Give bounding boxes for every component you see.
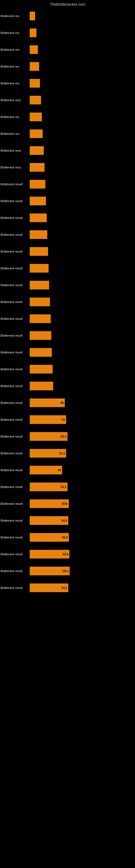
bar-row: Bottleneck res xyxy=(0,8,135,24)
bar-row: Bottleneck res xyxy=(0,58,135,75)
bar-row: Bottleneck result55.2 xyxy=(0,529,135,546)
bar-row: Bottleneck result55.6 xyxy=(0,546,135,563)
bar-row: Bottleneck res xyxy=(0,125,135,142)
bar-label: Bottleneck result xyxy=(0,502,30,505)
bar-fill: 44 xyxy=(30,466,62,474)
bar-row: Bottleneck result53.1 xyxy=(0,478,135,495)
bar-label: Bottleneck result xyxy=(0,569,30,572)
bar-value: 56.1 xyxy=(63,569,69,572)
bar-fill xyxy=(30,146,44,155)
bar-value: 55.6 xyxy=(63,553,68,556)
bar-fill xyxy=(30,331,51,340)
bar-fill xyxy=(30,180,45,188)
bar-label: Bottleneck result xyxy=(0,233,30,236)
bar-fill xyxy=(30,314,51,323)
bar-label: Bottleneck res xyxy=(0,82,30,85)
bar-label: Bottleneck res xyxy=(0,65,30,68)
bar-row: Bottleneck result xyxy=(0,176,135,193)
bar-fill xyxy=(30,264,49,273)
bar-row: Bottleneck result44 xyxy=(0,462,135,478)
bar-fill xyxy=(30,298,50,306)
bar-value: 54.1 xyxy=(61,586,67,589)
bar-fill xyxy=(30,281,49,289)
bar-row: Bottleneck result xyxy=(0,243,135,260)
bar-row: Bottleneck result xyxy=(0,277,135,293)
bar-fill xyxy=(30,197,46,205)
bar-fill: 53.1 xyxy=(30,483,68,491)
header: TheBottlenecker.com xyxy=(0,0,135,8)
bar-row: Bottleneck result xyxy=(0,226,135,243)
bar-row: Bottleneck res xyxy=(0,24,135,41)
bar-label: Bottleneck result xyxy=(0,334,30,337)
bar-label: Bottleneck result xyxy=(0,536,30,539)
bar-row: Bottleneck result xyxy=(0,378,135,394)
bar-fill xyxy=(30,29,37,37)
bar-row: Bottleneck result xyxy=(0,327,135,344)
bar-fill xyxy=(30,214,47,222)
bar-label: Bottleneck result xyxy=(0,586,30,589)
bar-fill: 51.1 xyxy=(30,449,66,458)
bar-fill xyxy=(30,45,38,54)
bar-label: Bottleneck result xyxy=(0,368,30,371)
bar-label: Bottleneck result xyxy=(0,267,30,270)
bar-row: Bottleneck result54.3 xyxy=(0,512,135,529)
bar-fill: 55% xyxy=(30,499,69,508)
bar-label: Bottleneck result xyxy=(0,468,30,472)
bar-fill xyxy=(30,79,40,88)
bar-row: Bottleneck result51 xyxy=(0,411,135,428)
bar-label: Bottleneck result xyxy=(0,300,30,304)
bar-row: Bottleneck res xyxy=(0,75,135,92)
bar-row: Bottleneck result xyxy=(0,209,135,226)
bar-fill xyxy=(30,12,35,20)
bar-label: Bottleneck result xyxy=(0,485,30,489)
bar-label: Bottleneck result xyxy=(0,435,30,438)
bar-row: Bottleneck res xyxy=(0,41,135,58)
bar-label: Bottleneck result xyxy=(0,384,30,388)
bar-label: Bottleneck res xyxy=(0,14,30,18)
bar-label: Bottleneck result xyxy=(0,250,30,253)
bar-label: Bottleneck result xyxy=(0,418,30,421)
bar-row: Bottleneck resu xyxy=(0,142,135,159)
bar-fill xyxy=(30,113,42,121)
bar-fill: 54.1 xyxy=(30,584,68,592)
bar-fill xyxy=(30,96,41,104)
bar-fill xyxy=(30,348,52,357)
bar-label: Bottleneck result xyxy=(0,452,30,455)
bar-label: Bottleneck result xyxy=(0,351,30,354)
bar-label: Bottleneck resu xyxy=(0,98,30,102)
bar-row: Bottleneck result54.1 xyxy=(0,579,135,596)
bar-fill xyxy=(30,382,53,390)
bar-label: Bottleneck res xyxy=(0,132,30,135)
bar-fill xyxy=(30,247,48,256)
bar-fill xyxy=(30,365,53,373)
bar-row: Bottleneck resu xyxy=(0,159,135,176)
bar-fill: 53.3 xyxy=(30,432,68,441)
bar-fill: 54.3 xyxy=(30,516,68,525)
bar-label: Bottleneck resu xyxy=(0,166,30,169)
bar-row: Bottleneck result56.1 xyxy=(0,563,135,579)
bar-value: 49 xyxy=(60,401,64,404)
bar-fill: 55.6 xyxy=(30,550,70,558)
bar-row: Bottleneck result xyxy=(0,293,135,310)
bar-label: Bottleneck result xyxy=(0,519,30,522)
bar-row: Bottleneck result49 xyxy=(0,394,135,411)
bar-fill xyxy=(30,129,43,138)
bar-row: Bottleneck result51.1 xyxy=(0,445,135,462)
bar-label: Bottleneck result xyxy=(0,553,30,556)
bar-row: Bottleneck result xyxy=(0,310,135,327)
bar-row: Bottleneck result55% xyxy=(0,495,135,512)
bar-fill: 49 xyxy=(30,399,65,407)
bar-value: 55.2 xyxy=(62,536,68,539)
bar-label: Bottleneck result xyxy=(0,283,30,287)
bar-value: 51.1 xyxy=(59,452,65,455)
bar-label: Bottleneck res xyxy=(0,115,30,119)
bar-label: Bottleneck resu xyxy=(0,149,30,152)
bar-value: 44 xyxy=(58,468,61,472)
bar-fill: 55.2 xyxy=(30,533,69,542)
bar-fill: 56.1 xyxy=(30,567,70,575)
bar-label: Bottleneck result xyxy=(0,401,30,404)
bar-row: Bottleneck result xyxy=(0,344,135,361)
bar-value: 53.3 xyxy=(61,435,66,438)
bar-label: Bottleneck res xyxy=(0,48,30,51)
bar-fill: 51 xyxy=(30,415,66,424)
